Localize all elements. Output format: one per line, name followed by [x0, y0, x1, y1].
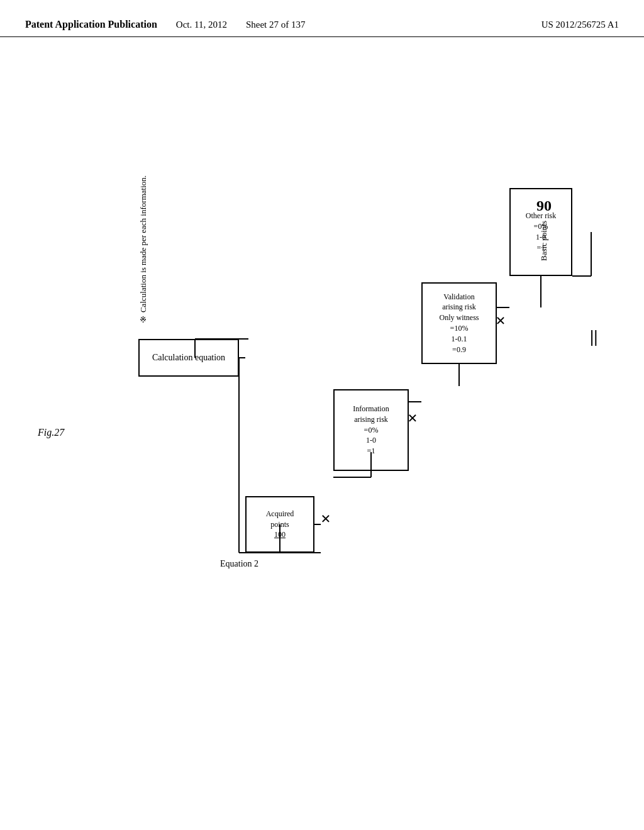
- equation-label: Equation 2: [220, 559, 258, 569]
- diagram-connectors: [0, 37, 644, 823]
- box1-line2: points: [270, 519, 289, 530]
- acquired-points-box: Acquired points 100: [245, 496, 314, 553]
- validation-risk-box: Validation arising risk Only witness =10…: [421, 282, 497, 364]
- box2-line1: Information: [353, 404, 389, 414]
- basic-points-label: Basic points: [539, 221, 549, 261]
- box2-line2: arising risk: [354, 414, 388, 425]
- box3-line6: =0.9: [452, 345, 466, 355]
- calculation-equation-box: Calculation equation: [138, 339, 239, 377]
- note-text: ※ Calculation is made per each informati…: [138, 175, 148, 324]
- main-content: Fig.27 ※ Calculation is made per each in…: [0, 37, 644, 823]
- box3-line3: Only witness: [440, 313, 479, 323]
- box3-line1: Validation: [443, 292, 474, 302]
- basic-points-container: 90 Basic points: [516, 197, 572, 261]
- box1-line1: Acquired: [266, 509, 294, 519]
- publication-date: Oct. 11, 2012: [176, 19, 227, 30]
- sheet-info: Sheet 27 of 137: [246, 19, 306, 30]
- multiply-symbol-2: ×: [408, 408, 418, 428]
- box3-line2: arising risk: [442, 302, 476, 313]
- patent-number: US 2012/256725 A1: [541, 19, 619, 30]
- equals-symbol: ||: [590, 326, 597, 346]
- publication-title: Patent Application Publication: [25, 19, 157, 30]
- multiply-symbol-3: ×: [496, 311, 506, 331]
- calc-box-label: Calculation equation: [152, 353, 225, 363]
- box3-line5: 1-0.1: [452, 334, 467, 345]
- multiply-symbol-1: ×: [321, 509, 331, 529]
- page-header: Patent Application Publication Oct. 11, …: [0, 0, 644, 37]
- figure-label: Fig.27: [38, 427, 64, 438]
- box3-line4: =10%: [450, 323, 469, 334]
- box1-line3: 100: [274, 529, 286, 540]
- box2-line4: 1-0: [366, 435, 376, 446]
- basic-points-value: 90: [536, 197, 552, 214]
- box2-line5: =1: [367, 446, 375, 456]
- information-risk-box: Information arising risk =0% 1-0 =1: [333, 389, 409, 471]
- box2-line3: =0%: [364, 425, 379, 436]
